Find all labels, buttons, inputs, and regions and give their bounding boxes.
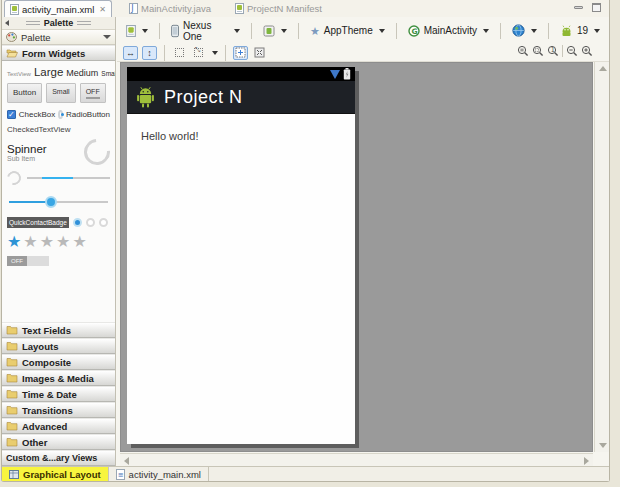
palette-panel: Palette Palette Form Widgets xyxy=(2,17,116,466)
tab-label: activity_main.xml xyxy=(22,4,94,15)
palette-section-layouts[interactable]: Layouts xyxy=(2,338,115,354)
progressbar-horizontal-item[interactable] xyxy=(27,177,110,179)
textview-medium-item[interactable]: Medium xyxy=(66,68,98,78)
ratingbar-item[interactable]: ★ ★ ★ ★ ★ xyxy=(7,234,110,250)
togglebutton-item[interactable]: OFF xyxy=(80,83,106,103)
zoom-selection-button[interactable] xyxy=(532,45,544,57)
xml-doc-icon: ≡ xyxy=(116,469,125,480)
tab-graphical-layout[interactable]: Graphical Layout xyxy=(2,467,109,481)
palette-section-custom-views[interactable]: Custom &...ary Views xyxy=(2,450,115,466)
radiobutton-item[interactable]: RadioButton xyxy=(66,110,110,119)
zoom-fit-button[interactable] xyxy=(517,45,529,57)
zoom-100-icon: 1 xyxy=(547,45,559,57)
textview-large-item[interactable]: Large xyxy=(34,66,63,78)
tab-label: ProjectN Manifest xyxy=(247,3,322,14)
hello-world-textview[interactable]: Hello world! xyxy=(141,130,198,142)
preview-content-area[interactable]: Hello world! xyxy=(127,114,355,444)
tab-projectn-manifest[interactable]: ProjectN Manifest xyxy=(230,0,327,17)
tab-activity-main-xml[interactable]: activity_main.xml ✕ xyxy=(4,0,112,17)
gravity-button[interactable] xyxy=(191,46,206,60)
switch-item[interactable]: OFF xyxy=(7,256,110,266)
android-version-icon xyxy=(560,25,573,37)
scroll-down-icon[interactable] xyxy=(599,443,607,448)
fill-height-toggle[interactable]: ↕ xyxy=(142,46,157,60)
device-preview[interactable]: Project N Hello world! xyxy=(127,67,355,444)
fill-width-toggle[interactable]: ↔ xyxy=(123,46,138,60)
theme-label: AppTheme xyxy=(324,25,373,36)
snap-to-grid-toggle[interactable] xyxy=(233,46,248,60)
svg-text:≡: ≡ xyxy=(117,471,123,479)
palette-section-form-widgets[interactable]: Form Widgets xyxy=(2,45,115,61)
horizontal-scrollbar[interactable] xyxy=(120,453,593,466)
palette-section-text-fields[interactable]: Text Fields xyxy=(2,322,115,338)
vertical-scrollbar[interactable] xyxy=(594,62,609,452)
design-canvas[interactable]: Project N Hello world! xyxy=(120,62,593,452)
switch-off-label: OFF xyxy=(7,256,27,266)
config-chooser[interactable] xyxy=(123,23,151,39)
spinner-item[interactable]: Spinner Sub Item xyxy=(7,143,84,162)
locale-chooser[interactable] xyxy=(509,22,540,39)
textview-small-item[interactable]: Small xyxy=(101,70,115,77)
section-label: Form Widgets xyxy=(22,48,85,59)
chevron-down-icon xyxy=(483,29,489,33)
palette-selector-label: Palette xyxy=(21,32,99,43)
seekbar-thumb-icon xyxy=(45,196,57,208)
zoom-100-button[interactable]: 1 xyxy=(547,45,559,57)
close-icon[interactable]: ✕ xyxy=(99,5,106,14)
maximize-icon[interactable] xyxy=(592,3,601,12)
show-structure-button[interactable] xyxy=(252,46,267,60)
api-version-chooser[interactable]: 19 xyxy=(557,23,603,39)
stretch-horizontal-icon: ↔ xyxy=(126,48,135,58)
small-button-item[interactable]: Small xyxy=(46,83,76,103)
collapse-arrow-icon[interactable] xyxy=(5,20,9,26)
palette-item-textviews[interactable]: TextView Large Medium Small xyxy=(7,66,110,78)
quickcontactbadge-item[interactable]: QuickContactBadge xyxy=(7,217,69,228)
section-label: Transitions xyxy=(22,405,73,416)
seekbar-item[interactable] xyxy=(9,195,108,209)
checkedtextview-item[interactable]: CheckedTextView xyxy=(7,125,110,134)
theme-chooser[interactable]: ★ AppTheme xyxy=(307,23,388,38)
scroll-right-icon[interactable] xyxy=(584,457,589,465)
zoom-in-button[interactable] xyxy=(581,45,593,57)
page-tab-label: activity_main.xml xyxy=(129,469,201,480)
palette-sash-title: Palette xyxy=(44,18,74,28)
palette-section-other[interactable]: Other xyxy=(2,434,115,450)
zoom-out-button[interactable] xyxy=(566,45,578,57)
tab-mainactivity-java[interactable]: J MainActivity.java xyxy=(124,0,216,17)
chevron-down-icon[interactable] xyxy=(103,35,111,39)
palette-item-check-radio: ✓ CheckBox RadioButton xyxy=(7,110,110,119)
palette-sash[interactable]: Palette xyxy=(2,17,115,29)
seekbar-empty-track xyxy=(51,201,108,203)
chevron-down-icon[interactable] xyxy=(212,51,218,55)
star-empty-icon: ★ xyxy=(72,234,86,250)
palette-section-images-media[interactable]: Images & Media xyxy=(2,370,115,386)
scroll-up-icon[interactable] xyxy=(599,66,607,71)
radio-unselected-icon[interactable] xyxy=(99,218,108,227)
progressbar-large-icon[interactable] xyxy=(79,134,115,171)
palette-section-time-date[interactable]: Time & Date xyxy=(2,386,115,402)
radio-selected-icon[interactable] xyxy=(73,218,82,227)
checkbox-item[interactable]: CheckBox xyxy=(19,110,55,119)
minimize-icon[interactable] xyxy=(574,6,583,9)
chevron-down-icon xyxy=(234,29,240,33)
margins-button[interactable] xyxy=(172,46,187,60)
progressbar-small-icon[interactable] xyxy=(4,168,23,187)
palette-view-selector[interactable]: Palette xyxy=(2,29,115,45)
checkbox-icon[interactable]: ✓ xyxy=(7,110,16,119)
activity-chooser[interactable]: G MainActivity xyxy=(405,23,492,39)
palette-section-transitions[interactable]: Transitions xyxy=(2,402,115,418)
button-item[interactable]: Button xyxy=(7,83,42,103)
orientation-chooser[interactable] xyxy=(260,23,290,39)
palette-section-composite[interactable]: Composite xyxy=(2,354,115,370)
battery-icon xyxy=(343,68,351,80)
scroll-left-icon[interactable] xyxy=(124,457,129,465)
device-chooser[interactable]: Nexus One xyxy=(168,18,243,44)
palette-section-advanced[interactable]: Advanced xyxy=(2,418,115,434)
tab-xml-source[interactable]: ≡ activity_main.xml xyxy=(109,467,209,481)
editor-page-tabs: Graphical Layout ≡ activity_main.xml xyxy=(2,466,609,481)
textview-item[interactable]: TextView xyxy=(7,71,31,77)
zoom-selection-icon xyxy=(532,45,544,57)
api-level-label: 19 xyxy=(577,25,588,36)
radio-unselected-icon[interactable] xyxy=(86,218,95,227)
radiobutton-icon[interactable] xyxy=(58,110,63,119)
